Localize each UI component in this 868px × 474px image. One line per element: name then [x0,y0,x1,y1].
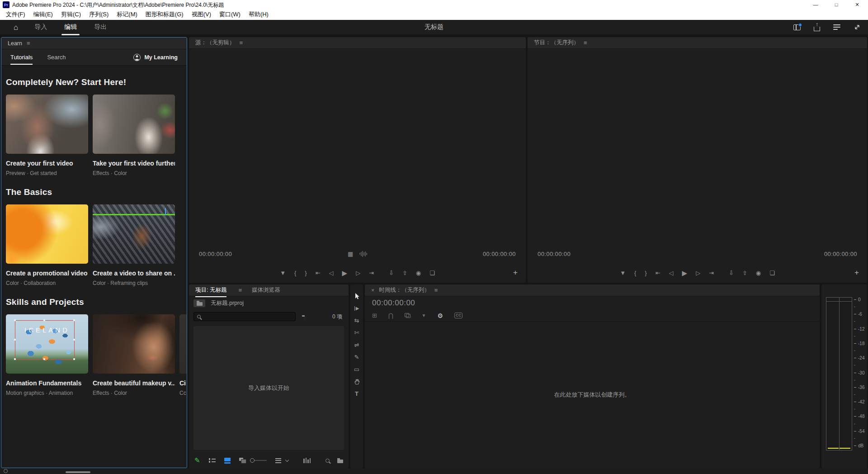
step-forward-button[interactable]: ▷ [356,270,360,276]
workspace-tab-export[interactable]: 导出 [93,20,108,34]
timeline-timecode[interactable]: 00:00:00:00 [372,299,415,308]
go-to-out-button[interactable]: ⇥ [369,270,374,276]
track-select-forward-tool[interactable]: ▶ [350,302,363,314]
menu-item-edit[interactable]: 编辑(E) [29,9,57,20]
timeline-tab-label[interactable]: 时间线：（无序列） [379,286,430,294]
pen-tool[interactable]: ✎ [350,351,363,363]
minimize-button[interactable]: — [805,0,826,9]
go-to-out-button[interactable]: ⇥ [709,270,714,276]
tutorial-card[interactable]: Create beautiful makeup v... Effects · C… [93,314,175,396]
tutorial-card[interactable]: Create your first video Preview · Get st… [6,95,88,176]
tutorial-card[interactable]: Create a video to share on ... Color · R… [93,204,175,286]
tutorial-card[interactable]: Ci Cc [179,314,187,396]
share-export-icon[interactable] [814,27,820,31]
quick-actions-icon[interactable] [833,24,840,30]
mark-in-button[interactable]: { [634,270,636,276]
tab-media-browser[interactable]: 媒体浏览器 [252,286,280,294]
selection-tool[interactable] [350,290,363,302]
extract-button[interactable]: ⇧ [742,270,747,276]
panel-menu-icon[interactable]: ≡ [27,40,30,47]
panel-menu-icon[interactable]: ≡ [434,287,438,294]
menu-item-view[interactable]: 视图(V) [188,9,215,20]
add-marker-button[interactable]: ▼ [620,270,626,276]
search-box[interactable] [193,312,296,321]
automate-to-sequence-button[interactable] [303,458,311,463]
nest-toggle-icon[interactable]: ⊞ [372,312,377,319]
captions-icon[interactable]: CC [454,313,462,318]
linked-selection-icon[interactable] [405,313,410,318]
waveform-icon[interactable] [359,251,367,257]
add-marker-button[interactable]: ▼ [280,270,286,276]
step-back-button[interactable]: ◁ [329,270,334,276]
film-icon[interactable]: ▦ [348,251,353,257]
workspaces-icon[interactable] [793,24,801,30]
tab-tutorials[interactable]: Tutorials [10,54,33,61]
mark-in-button[interactable]: { [294,270,296,276]
audio-meter-bars[interactable] [826,297,852,450]
menu-item-help[interactable]: 帮助(H) [245,9,273,20]
ripple-edit-tool[interactable]: ⇆ [350,314,363,327]
step-forward-button[interactable]: ▷ [696,270,700,276]
menu-item-graphics[interactable]: 图形和标题(G) [142,9,188,20]
razor-tool[interactable]: ✄ [350,327,363,339]
freeform-view-button[interactable] [239,458,242,463]
slip-tool[interactable]: ⇌ [350,339,363,351]
overwrite-button[interactable]: ⇧ [402,270,407,276]
program-tab-label[interactable]: 节目：（无序列） [534,39,579,47]
list-view-button[interactable] [209,458,216,463]
menu-item-markers[interactable]: 标记(M) [113,9,142,20]
button-editor-button[interactable]: + [513,268,518,277]
tutorial-card[interactable]: ICELAND Animation Fundamentals Motion gr… [6,314,88,396]
program-timecode-current[interactable]: 00:00:00:00 [538,251,571,257]
tab-search[interactable]: Search [47,54,66,61]
project-content-area[interactable]: 导入媒体以开始 [193,326,344,450]
panel-menu-icon[interactable]: ≡ [240,39,243,46]
fullscreen-icon[interactable] [854,24,861,31]
writable-pencil-icon[interactable]: ✎ [194,456,200,465]
go-to-in-button[interactable]: ⇤ [656,270,660,276]
source-timecode-current[interactable]: 00:00:00:00 [199,251,232,257]
navigate-up-button[interactable] [193,299,205,307]
menu-item-window[interactable]: 窗口(W) [215,9,245,20]
search-input[interactable] [203,313,292,320]
type-tool[interactable]: T [350,388,363,400]
rectangle-tool[interactable]: ▭ [350,363,363,375]
hand-tool[interactable] [350,375,363,388]
close-button[interactable]: ✕ [847,0,868,9]
comparison-view-button[interactable]: ❏ [429,270,435,276]
export-frame-button[interactable]: ◉ [756,270,761,276]
snap-magnet-icon[interactable]: ⋂ [388,312,393,319]
menu-item-sequence[interactable]: 序列(S) [85,9,113,20]
play-button[interactable]: ▶ [342,270,348,276]
panel-menu-icon[interactable]: ≡ [584,39,587,46]
source-tab-label[interactable]: 源：（无剪辑） [195,39,235,47]
icon-view-button[interactable] [224,458,231,464]
lift-button[interactable]: ⇩ [729,270,734,276]
button-editor-button[interactable]: + [854,268,859,277]
menu-item-file[interactable]: 文件(F) [2,9,29,20]
project-breadcrumb[interactable]: 无标题.prproj [211,299,244,307]
menu-item-clip[interactable]: 剪辑(C) [57,9,85,20]
timeline-settings-wrench-icon[interactable]: ⚙ [437,312,443,319]
add-marker-icon[interactable]: ▼ [422,313,426,318]
panel-menu-icon[interactable]: ≡ [238,287,242,294]
find-button[interactable] [326,459,330,463]
my-learning-button[interactable]: My Learning [133,54,178,61]
go-to-in-button[interactable]: ⇤ [316,270,321,276]
maximize-button[interactable]: □ [826,0,847,9]
mark-out-button[interactable]: } [645,270,646,276]
chevron-down-icon[interactable] [285,458,289,461]
insert-button[interactable]: ⇩ [389,270,394,276]
zoom-slider[interactable] [250,460,267,461]
tab-project[interactable]: 项目: 无标题 [195,286,226,294]
play-button[interactable]: ▶ [682,270,688,276]
workspace-tab-import[interactable]: 导入 [33,20,48,34]
new-bin-button[interactable] [337,460,343,463]
mark-out-button[interactable]: } [305,270,307,276]
sync-status-icon[interactable] [4,469,8,473]
learn-tab-label[interactable]: Learn [8,40,22,47]
timeline-drop-area[interactable]: 在此处放下媒体以创建序列。 [365,322,820,468]
tutorial-card[interactable]: Take your first video further Effects · … [93,95,175,176]
tutorial-card[interactable]: Create a promotional video Color · Colla… [6,204,88,286]
export-frame-button[interactable]: ◉ [416,270,421,276]
